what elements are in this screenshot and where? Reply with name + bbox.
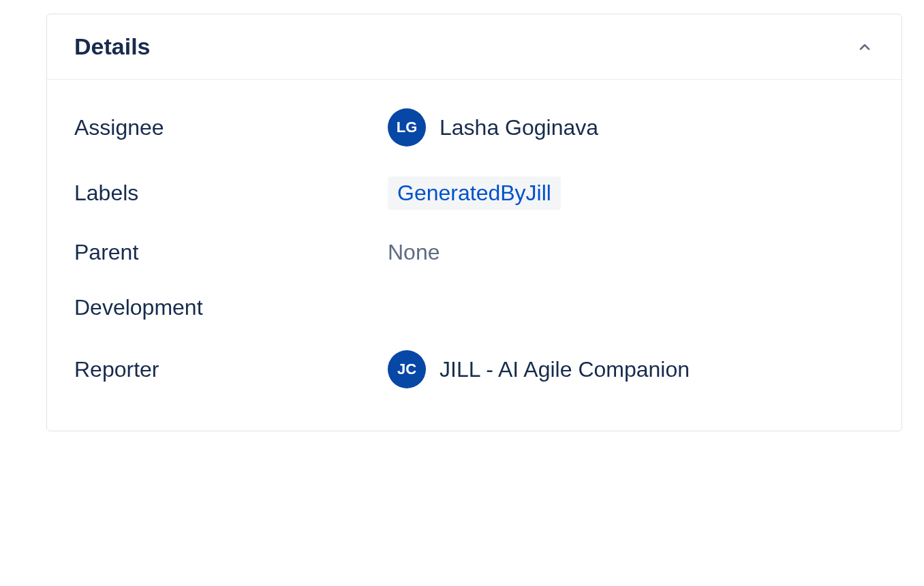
label-tag[interactable]: GeneratedByJill — [388, 176, 561, 210]
reporter-avatar: JC — [388, 350, 426, 388]
parent-label: Parent — [74, 240, 388, 265]
reporter-label: Reporter — [74, 357, 388, 382]
development-label: Development — [74, 295, 388, 320]
development-field-row[interactable]: Development — [74, 280, 874, 335]
parent-value: None — [388, 240, 440, 265]
parent-none-value: None — [388, 240, 440, 265]
reporter-name: JILL - AI Agile Companion — [440, 357, 690, 382]
panel-title: Details — [74, 33, 151, 60]
assignee-field-row[interactable]: Assignee LG Lasha Goginava — [74, 93, 874, 161]
details-panel-body: Assignee LG Lasha Goginava Labels Genera… — [47, 80, 902, 431]
labels-label: Labels — [74, 181, 388, 206]
details-panel-header[interactable]: Details — [47, 14, 902, 80]
reporter-field-row[interactable]: Reporter JC JILL - AI Agile Companion — [74, 335, 874, 403]
chevron-up-icon — [855, 37, 874, 57]
assignee-value: LG Lasha Goginava — [388, 108, 598, 146]
labels-value: GeneratedByJill — [388, 176, 561, 210]
details-panel: Details Assignee LG Lasha Goginava Label… — [46, 14, 902, 431]
labels-field-row[interactable]: Labels GeneratedByJill — [74, 161, 874, 225]
assignee-avatar: LG — [388, 108, 426, 146]
parent-field-row[interactable]: Parent None — [74, 225, 874, 280]
assignee-label: Assignee — [74, 115, 388, 140]
reporter-value: JC JILL - AI Agile Companion — [388, 350, 690, 388]
assignee-name: Lasha Goginava — [440, 115, 598, 140]
